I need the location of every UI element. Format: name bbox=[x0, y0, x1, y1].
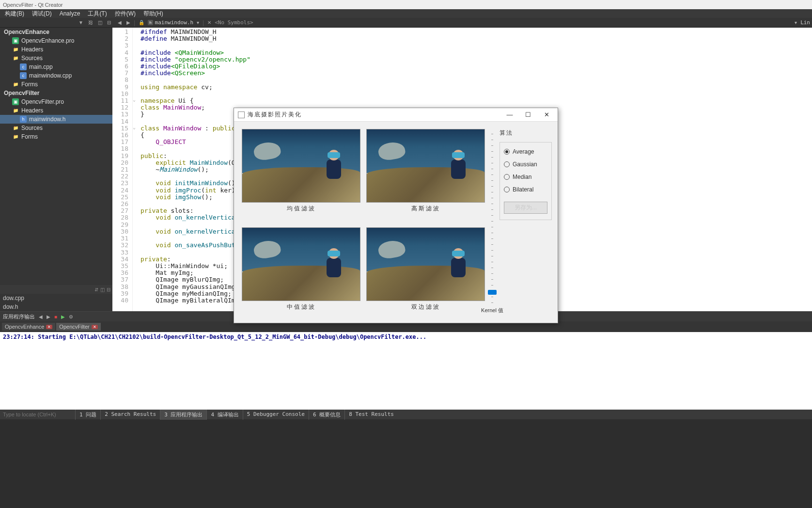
link-icon[interactable]: ⛓ bbox=[87, 20, 94, 25]
folder-forms-1[interactable]: 📁Forms bbox=[0, 80, 112, 89]
output-tab-filter[interactable]: OpencvFilter✕ bbox=[56, 323, 100, 331]
line-gutter: 1234567891011121314151617181920212223242… bbox=[112, 28, 133, 311]
filter-icon[interactable]: ▼ bbox=[77, 20, 85, 25]
folder-sources-1[interactable]: 📁Sources bbox=[0, 54, 112, 63]
btab-search[interactable]: 2 Search Results bbox=[100, 410, 160, 420]
btab-compile[interactable]: 4 编译输出 bbox=[206, 410, 242, 420]
sidebar-toolbar: ⇵ ◫ ⊟ bbox=[0, 285, 112, 294]
output-line: 23:27:14: Starting E:\QTLab\CH21\CH2102\… bbox=[3, 333, 809, 340]
caption-median: 中值滤波 bbox=[287, 303, 316, 311]
menu-debug[interactable]: 调试(D) bbox=[28, 9, 56, 19]
bottom-bar: 1 问题 2 Search Results 3 应用程序输出 4 编译输出 5 … bbox=[0, 410, 812, 419]
maximize-button[interactable]: ☐ bbox=[519, 109, 537, 121]
radio-icon bbox=[504, 187, 510, 192]
save-as-button[interactable]: 另存为... bbox=[504, 202, 547, 214]
current-file[interactable]: mainwindow.h bbox=[155, 19, 193, 26]
preview-image bbox=[242, 129, 360, 203]
output-settings-icon[interactable]: ⚙ bbox=[69, 314, 73, 319]
menu-tools[interactable]: 工具(T) bbox=[84, 9, 110, 19]
output-body[interactable]: 23:27:14: Starting E:\QTLab\CH21\CH2102\… bbox=[0, 332, 812, 410]
nav-fwd-icon[interactable]: ▶ bbox=[125, 20, 132, 25]
menu-widgets[interactable]: 控件(W) bbox=[111, 9, 140, 19]
caption-average: 均值滤波 bbox=[287, 205, 316, 213]
algo-group: Average Gaussian Median Bilateral 另存为... bbox=[500, 142, 552, 220]
minimize-button[interactable]: — bbox=[500, 109, 519, 121]
kernel-slider[interactable] bbox=[491, 134, 493, 305]
radio-icon bbox=[504, 174, 510, 180]
preview-image bbox=[242, 227, 360, 301]
output-prev-icon[interactable]: ◀ bbox=[39, 314, 43, 319]
menu-build[interactable]: 构建(B) bbox=[1, 9, 28, 19]
btab-general[interactable]: 6 概要信息 bbox=[309, 410, 344, 420]
bottom-tabs: 1 问题 2 Search Results 3 应用程序输出 4 编译输出 5 … bbox=[75, 410, 398, 420]
file-main-cpp[interactable]: cmain.cpp bbox=[0, 63, 112, 71]
file-type-icon: h bbox=[148, 20, 153, 25]
close-file-icon[interactable]: ✕ bbox=[206, 20, 213, 25]
split-icon[interactable]: ◫ bbox=[96, 20, 104, 25]
project-tree: OpencvEnhance ▣OpencvEnhance.pro 📁Header… bbox=[0, 28, 112, 285]
folder-sources-2[interactable]: 📁Sources bbox=[0, 124, 112, 132]
file-mainwindow-cpp[interactable]: cmainwindow.cpp bbox=[0, 71, 112, 80]
radio-gaussian[interactable]: Gaussian bbox=[504, 161, 547, 168]
fold-column: ⌄ ⌄ bbox=[133, 28, 139, 311]
file-pro-filter[interactable]: ▣OpencvFilter.pro bbox=[0, 97, 112, 106]
folder-headers-2[interactable]: 📁Headers bbox=[0, 106, 112, 115]
menu-help[interactable]: 帮助(H) bbox=[140, 9, 167, 19]
app-titlebar: OpencvFilter - Qt Creator bbox=[0, 0, 812, 9]
dialog-body: 均值滤波 高斯滤波 中值滤波 双边滤波 Kernel 值 算法 bbox=[234, 122, 558, 323]
folder-headers-1[interactable]: 📁Headers bbox=[0, 45, 112, 54]
close-tab-icon[interactable]: ✕ bbox=[46, 325, 52, 329]
project-opencv-filter[interactable]: OpencvFilter bbox=[0, 89, 112, 97]
file-dropdown-icon[interactable]: ▾ bbox=[195, 20, 201, 25]
radio-median[interactable]: Median bbox=[504, 174, 547, 180]
algorithm-panel: 算法 Average Gaussian Median Bilateral 另存为… bbox=[500, 129, 552, 319]
sidebar: OpencvEnhance ▣OpencvEnhance.pro 📁Header… bbox=[0, 28, 112, 311]
open-doc-h[interactable]: dow.h bbox=[0, 302, 112, 311]
preview-gaussian: 高斯滤波 bbox=[366, 129, 485, 221]
file-pro-enhance[interactable]: ▣OpencvEnhance.pro bbox=[0, 36, 112, 45]
app-title: OpencvFilter - Qt Creator bbox=[3, 2, 62, 8]
radio-bilateral[interactable]: Bilateral bbox=[504, 186, 547, 193]
sidebar-close-icon[interactable]: ⊟ bbox=[107, 287, 110, 292]
btab-appoutput[interactable]: 3 应用程序输出 bbox=[160, 410, 206, 420]
dialog-titlebar[interactable]: 海底摄影照片美化 — ☐ ✕ bbox=[234, 108, 558, 122]
lock-icon[interactable]: 🔒 bbox=[137, 20, 146, 25]
output-title: 应用程序输出 bbox=[3, 313, 35, 320]
preview-average: 均值滤波 bbox=[242, 129, 360, 221]
stop-icon[interactable]: ■ bbox=[54, 314, 57, 319]
radio-icon bbox=[504, 161, 510, 167]
close-button[interactable]: ✕ bbox=[537, 109, 556, 121]
symbol-combo[interactable]: <No Symbols> bbox=[215, 19, 253, 26]
radio-average[interactable]: Average bbox=[504, 148, 547, 155]
close-tab-icon[interactable]: ✕ bbox=[92, 325, 98, 329]
output-next-icon[interactable]: ▶ bbox=[47, 314, 50, 319]
close-split-icon[interactable]: ⊟ bbox=[106, 20, 112, 25]
caption-gaussian: 高斯滤波 bbox=[411, 205, 440, 213]
preview-image bbox=[366, 227, 485, 301]
filter-dialog: 海底摄影照片美化 — ☐ ✕ 均值滤波 高斯滤波 中值滤波 双边滤波 bbox=[234, 108, 558, 323]
sidebar-filter-icon[interactable]: ⇵ bbox=[94, 287, 98, 292]
file-mainwindow-h[interactable]: hmainwindow.h bbox=[0, 115, 112, 124]
dropdown-icon[interactable]: ▾ bbox=[793, 20, 798, 25]
slider-thumb[interactable] bbox=[488, 290, 497, 295]
output-tab-enhance[interactable]: OpencvEnhance✕ bbox=[2, 323, 55, 331]
btab-debugger[interactable]: 5 Debugger Console bbox=[243, 410, 309, 420]
folder-forms-2[interactable]: 📁Forms bbox=[0, 132, 112, 141]
preview-image bbox=[366, 129, 485, 203]
editor-toolbar: ▼ ⛓ ◫ ⊟ ◀ ▶ | 🔒 h mainwindow.h ▾ | ✕ <No… bbox=[0, 18, 812, 28]
run-icon[interactable]: ▶ bbox=[61, 314, 65, 319]
open-doc-cpp[interactable]: dow.cpp bbox=[0, 294, 112, 302]
algo-title: 算法 bbox=[500, 129, 552, 137]
line-indicator: Lin bbox=[800, 19, 810, 26]
btab-test[interactable]: 8 Test Results bbox=[344, 410, 398, 420]
radio-icon bbox=[504, 149, 510, 155]
menubar: 构建(B) 调试(D) Analyze 工具(T) 控件(W) 帮助(H) bbox=[0, 9, 812, 18]
preview-median: 中值滤波 bbox=[242, 227, 360, 319]
locator-input[interactable] bbox=[0, 410, 75, 419]
nav-back-icon[interactable]: ◀ bbox=[116, 20, 123, 25]
btab-issues[interactable]: 1 问题 bbox=[75, 410, 100, 420]
menu-analyze[interactable]: Analyze bbox=[56, 9, 84, 18]
project-opencv-enhance[interactable]: OpencvEnhance bbox=[0, 28, 112, 36]
sidebar-split-icon[interactable]: ◫ bbox=[100, 287, 105, 292]
open-documents: dow.cpp dow.h bbox=[0, 294, 112, 311]
